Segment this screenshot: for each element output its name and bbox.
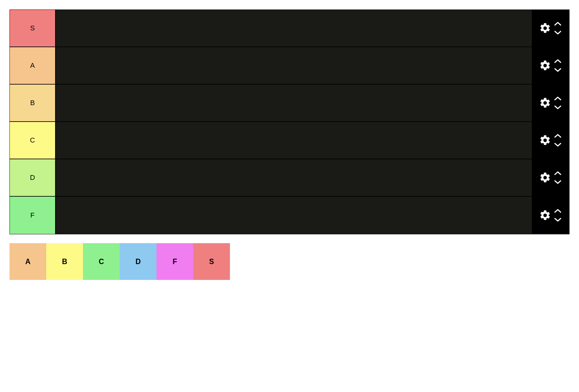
tier-controls xyxy=(532,122,569,159)
tray-item[interactable]: S xyxy=(193,243,230,280)
tier-move-arrows xyxy=(554,59,562,72)
tier-controls xyxy=(532,85,569,121)
gear-icon[interactable] xyxy=(539,60,551,72)
chevron-up-icon[interactable] xyxy=(554,96,562,101)
chevron-down-icon[interactable] xyxy=(554,218,562,222)
tier-move-arrows xyxy=(554,171,562,184)
tier-controls xyxy=(532,10,569,47)
chevron-down-icon[interactable] xyxy=(554,68,562,72)
tier-label[interactable]: D xyxy=(10,159,56,196)
tier-dropzone[interactable] xyxy=(56,85,532,121)
tier-controls xyxy=(532,197,569,234)
chevron-down-icon[interactable] xyxy=(554,142,562,147)
chevron-up-icon[interactable] xyxy=(554,22,562,26)
tier-row: D xyxy=(10,159,569,197)
tier-move-arrows xyxy=(554,209,562,222)
tier-move-arrows xyxy=(554,96,562,110)
chevron-up-icon[interactable] xyxy=(554,134,562,138)
item-tray: ABCDFS xyxy=(10,243,569,280)
tray-item[interactable]: B xyxy=(46,243,83,280)
tier-dropzone[interactable] xyxy=(56,197,532,234)
tier-label[interactable]: F xyxy=(10,197,56,234)
chevron-up-icon[interactable] xyxy=(554,209,562,213)
chevron-up-icon[interactable] xyxy=(554,171,562,175)
chevron-up-icon[interactable] xyxy=(554,59,562,63)
tier-label[interactable]: C xyxy=(10,122,56,159)
gear-icon[interactable] xyxy=(539,209,551,221)
tier-row: C xyxy=(10,122,569,159)
tier-row: F xyxy=(10,197,569,234)
tray-item[interactable]: D xyxy=(120,243,156,280)
tier-controls xyxy=(532,47,569,84)
tier-move-arrows xyxy=(554,134,562,147)
tier-dropzone[interactable] xyxy=(56,10,532,47)
chevron-down-icon[interactable] xyxy=(554,105,562,110)
gear-icon[interactable] xyxy=(539,172,551,184)
tier-row: S xyxy=(10,10,569,47)
tray-item[interactable]: A xyxy=(10,243,46,280)
chevron-down-icon[interactable] xyxy=(554,180,562,184)
gear-icon[interactable] xyxy=(539,97,551,109)
tier-label[interactable]: S xyxy=(10,10,56,47)
tier-row: B xyxy=(10,85,569,122)
tray-item[interactable]: C xyxy=(83,243,120,280)
tier-move-arrows xyxy=(554,22,562,35)
gear-icon[interactable] xyxy=(539,22,551,34)
tray-item[interactable]: F xyxy=(156,243,193,280)
tier-controls xyxy=(532,159,569,196)
tier-list: S A B C D F xyxy=(10,9,569,234)
tier-label[interactable]: B xyxy=(10,85,56,121)
gear-icon[interactable] xyxy=(539,134,551,146)
tier-row: A xyxy=(10,47,569,85)
tier-dropzone[interactable] xyxy=(56,47,532,84)
tier-dropzone[interactable] xyxy=(56,122,532,159)
chevron-down-icon[interactable] xyxy=(554,30,562,35)
tier-dropzone[interactable] xyxy=(56,159,532,196)
tier-label[interactable]: A xyxy=(10,47,56,84)
